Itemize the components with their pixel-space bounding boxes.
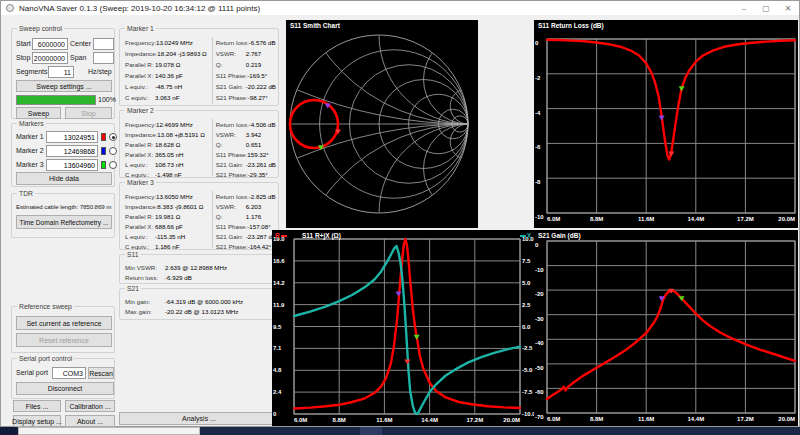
window-controls: – ▢ ✕	[733, 1, 799, 15]
field-label: Parallel X:	[125, 223, 155, 230]
serial-port-input[interactable]: COM3	[52, 367, 86, 379]
app-icon	[6, 4, 14, 12]
field-value: 0.219	[246, 61, 261, 68]
analysis-button[interactable]: Analysis ...	[119, 412, 279, 425]
segments-input[interactable]: 11	[48, 66, 74, 78]
detail-row: Impedance:18.204 -j3.9893 Ω	[125, 48, 212, 59]
detail-row: S21 Gain:-23.261 dB	[216, 159, 276, 169]
close-button[interactable]: ✕	[777, 1, 799, 15]
s11-smith-chart[interactable]: S11 Smith Chart	[286, 20, 478, 228]
s11-return-loss-plot: 6.0M8.8M11.6M14.4M17.2M20.0M0-2-4-6-8-10	[534, 20, 798, 228]
field-label: S21 Gain:	[216, 83, 246, 90]
field-label: S21 Gain:	[216, 233, 246, 240]
svg-text:-2: -2	[535, 75, 541, 81]
taskbar[interactable]	[0, 427, 800, 435]
span-input[interactable]	[93, 52, 114, 64]
field-value: 0.651	[246, 141, 261, 148]
field-label: Impedance:	[125, 203, 157, 210]
display-setup-button[interactable]: Display setup ...	[13, 415, 61, 427]
field-value: -6.576 dB	[249, 39, 276, 46]
field-value: -6.929 dB	[165, 274, 192, 281]
window-title: NanoVNA Saver 0.1.3 (Sweep: 2019-10-20 1…	[19, 4, 260, 13]
svg-text:4.8: 4.8	[273, 367, 282, 373]
center-input[interactable]	[93, 38, 114, 50]
field-value: -157.08°	[247, 223, 270, 230]
detail-row: S21 Phase:-164.42°	[216, 241, 276, 251]
field-value: 2.639 @ 12.8988 MHz	[165, 264, 227, 271]
marker-triangle-icon	[395, 292, 401, 297]
field-label: Parallel X:	[125, 151, 155, 158]
svg-text:-10: -10	[535, 267, 544, 273]
reset-reference-button[interactable]: Reset reference	[16, 333, 112, 347]
markers-group: Markers Marker 113024951Marker 212469868…	[11, 123, 115, 187]
svg-text:5.0: 5.0	[522, 280, 531, 286]
rjx-legend-x-label: X	[527, 232, 531, 239]
detail-row: Parallel X:365.05 nH	[125, 149, 212, 159]
field-label: Return loss:	[216, 193, 249, 200]
serial-port-legend: Serial port control	[17, 354, 74, 363]
s11-return-loss-chart[interactable]: S11 Return Loss (dB) 6.0M8.8M11.6M14.4M1…	[534, 20, 798, 228]
calibration-button[interactable]: Calibration ...	[65, 400, 115, 412]
maximize-button[interactable]: ▢	[755, 1, 777, 15]
taskbar-start-button[interactable]	[0, 427, 18, 435]
svg-text:6.0M: 6.0M	[547, 216, 560, 222]
field-label: Parallel X:	[125, 72, 155, 79]
taskbar-search-box[interactable]	[18, 427, 200, 435]
svg-text:0: 0	[535, 40, 539, 46]
start-input[interactable]: 6000000	[32, 38, 68, 50]
field-value: 6.203	[246, 203, 261, 210]
marker1-details-legend: Marker 1	[125, 24, 156, 33]
marker-frequency-input[interactable]: 13024951	[46, 131, 98, 143]
disconnect-button[interactable]: Disconnect	[16, 382, 114, 395]
stop-button[interactable]: Stop	[65, 107, 112, 119]
files-button[interactable]: Files ...	[13, 400, 61, 412]
taskbar-app-button[interactable]	[360, 427, 382, 435]
sweep-settings-button[interactable]: Sweep settings ...	[16, 80, 112, 92]
field-value: -169.5°	[247, 72, 267, 79]
svg-text:-7.5: -7.5	[522, 389, 533, 395]
marker-label: Marker 2	[16, 147, 44, 154]
s11-r-plus-jx-chart[interactable]: R S11 R+jX (Ω) X 6.0M8.8M11.6M14.4M17.2M…	[272, 230, 534, 426]
tdr-group: TDR Estimated cable length: 7850.869 m T…	[11, 193, 115, 238]
marker-color-swatch	[101, 147, 106, 155]
svg-text:-10.0: -10.0	[522, 411, 534, 417]
detail-row: VSWR:2.767	[216, 48, 276, 59]
marker-frequency-input[interactable]: 12469868	[46, 145, 98, 157]
detail-row: Parallel X:140.36 pF	[125, 70, 212, 81]
minimize-button[interactable]: –	[733, 1, 755, 15]
hide-data-button[interactable]: Hide data	[16, 172, 112, 185]
marker-color-swatch	[101, 133, 106, 141]
sweep-button[interactable]: Sweep	[16, 107, 61, 119]
detail-row: S11 Phase:159.32°	[216, 149, 276, 159]
set-reference-button[interactable]: Set current as reference	[16, 316, 112, 330]
svg-text:-6: -6	[535, 144, 541, 150]
field-label: Return loss:	[216, 121, 249, 128]
marker3-details-table: Frequency:13.6050 MHzImpedance:8.383 -j9…	[125, 191, 276, 248]
field-value: 13.0249 MHz	[156, 39, 193, 46]
tdr-button[interactable]: Time Domain Reflectometry ...	[16, 215, 112, 229]
nanovna-saver-window: NanoVNA Saver 0.1.3 (Sweep: 2019-10-20 1…	[0, 0, 800, 427]
field-label: Q:	[216, 141, 246, 148]
marker-row: Marker 212469868	[12, 145, 114, 157]
s21-gain-chart[interactable]: S21 Gain (dB) 6.0M8.8M11.6M14.4M17.2M20.…	[534, 230, 798, 426]
detail-row: S11 Phase:-169.5°	[216, 70, 276, 81]
field-label: Frequency:	[125, 39, 156, 46]
marker-select-radio[interactable]	[109, 161, 117, 169]
detail-row: Return loss:-6.576 dB	[216, 37, 276, 48]
s11-r-plus-jx-plot: 6.0M8.8M11.6M14.4M17.2M20.0M19.016.614.2…	[272, 230, 534, 426]
s21-gain-plot: 6.0M8.8M11.6M14.4M17.2M20.0M0-10-20-30-4…	[534, 230, 798, 426]
svg-text:2.5: 2.5	[522, 302, 531, 308]
field-value: 13.08 +j8.5191 Ω	[157, 131, 204, 138]
about-button[interactable]: About ...	[65, 415, 115, 427]
stop-input[interactable]: 20000000	[32, 52, 68, 64]
progress-bar-fill	[16, 95, 96, 105]
marker1-details-table: Frequency:13.0249 MHzImpedance:18.204 -j…	[125, 37, 276, 104]
sweep-progress: 100%	[16, 95, 112, 105]
field-label: Parallel R:	[125, 213, 155, 220]
marker-frequency-input[interactable]: 13604960	[46, 159, 98, 171]
marker-select-radio[interactable]	[109, 147, 117, 155]
field-label: Return loss:	[216, 39, 249, 46]
marker1-details-group: Marker 1 Frequency:13.0249 MHzImpedance:…	[119, 28, 279, 106]
marker-select-radio[interactable]	[109, 133, 117, 141]
rescan-button[interactable]: Rescan	[88, 367, 114, 379]
